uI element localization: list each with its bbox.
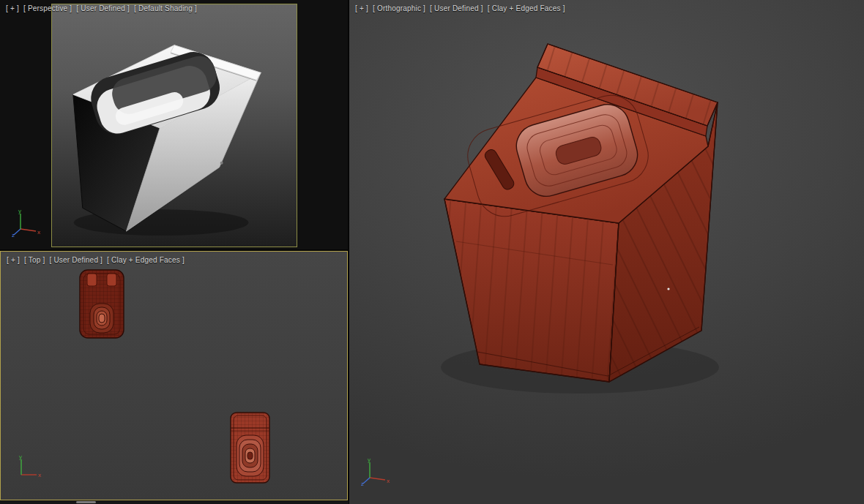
viewport-label-perspective: [ + ] [ Perspective ] [ User Defined ] [… (6, 4, 197, 12)
viewport-menu-button[interactable]: [ + ] (7, 256, 20, 264)
viewport-label-orthographic: [ + ] [ Orthographic ] [ User Defined ] … (355, 4, 565, 12)
viewport-user-button[interactable]: [ User Defined ] (49, 256, 103, 264)
viewport-menu-button[interactable]: [ + ] (355, 4, 368, 12)
viewport-user-button[interactable]: [ User Defined ] (430, 4, 483, 12)
axis-z-label: z (361, 481, 364, 486)
viewport-shading-button[interactable]: [ Clay + Edged Faces ] (488, 4, 565, 12)
axis-tripod-icon: x y (12, 454, 42, 484)
viewport-user-button[interactable]: [ User Defined ] (76, 4, 130, 12)
flush-button-dot (220, 162, 223, 165)
axis-y-label: y (18, 208, 21, 214)
viewport-label-top: [ + ] [ Top ] [ User Defined ] [ Clay + … (7, 256, 185, 264)
orthographic-canvas[interactable] (349, 0, 864, 504)
axis-z-label: z (12, 232, 15, 238)
viewport-top[interactable]: [ + ] [ Top ] [ User Defined ] [ Clay + … (0, 251, 348, 500)
viewport-perspective[interactable]: [ + ] [ Perspective ] [ User Defined ] [… (0, 0, 349, 249)
render-safe-frame (51, 4, 297, 247)
toilet-model-shaded[interactable] (73, 45, 261, 236)
axis-x-label: x (38, 472, 41, 478)
toilet-top-view-lower[interactable] (226, 410, 275, 486)
bottom-scrollbar[interactable] (0, 500, 349, 504)
toilet-model-clay[interactable] (441, 44, 719, 394)
perspective-canvas[interactable] (52, 4, 297, 247)
pivot-dot (667, 287, 669, 290)
axis-y-label: y (19, 454, 22, 460)
viewport-splitter-vertical[interactable] (348, 0, 349, 504)
axis-x-label: x (387, 478, 390, 484)
viewport-pov-button[interactable]: [ Top ] (24, 256, 45, 264)
viewport-shading-button[interactable]: [ Default Shading ] (134, 4, 197, 12)
scrollbar-thumb[interactable] (76, 501, 96, 503)
viewport-pov-button[interactable]: [ Perspective ] (23, 4, 72, 12)
axis-x-label: x (37, 229, 40, 236)
axis-z-icon (14, 229, 21, 235)
axis-z-icon (363, 478, 370, 484)
viewport-shading-button[interactable]: [ Clay + Edged Faces ] (107, 256, 185, 264)
viewport-orthographic[interactable]: [ + ] [ Orthographic ] [ User Defined ] … (349, 0, 864, 504)
toilet-body-faces (444, 44, 718, 382)
axis-tripod-icon: x y z (361, 457, 390, 486)
axis-x-icon (21, 229, 36, 231)
viewport-layout: [ + ] [ Perspective ] [ User Defined ] [… (0, 0, 864, 504)
viewport-splitter-horizontal[interactable] (0, 249, 349, 251)
axis-x-icon (370, 478, 385, 480)
axis-y-label: y (368, 457, 370, 463)
toilet-top-view-upper[interactable] (74, 266, 133, 342)
viewport-pov-button[interactable]: [ Orthographic ] (373, 4, 425, 12)
viewport-menu-button[interactable]: [ + ] (6, 4, 19, 12)
axis-tripod-icon: x y z (12, 208, 41, 238)
